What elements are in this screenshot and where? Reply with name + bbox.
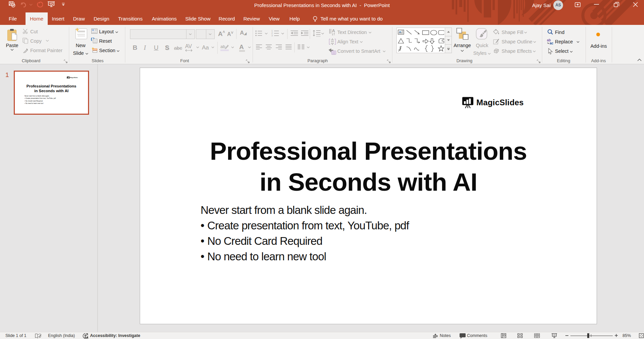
svg-text:1: 1 [271,30,273,32]
svg-text:3: 3 [271,34,273,37]
svg-text:ab: ab [220,44,225,49]
svg-text:2: 2 [271,32,273,34]
svg-text:A: A [332,29,335,33]
svg-text:MagicSlides: MagicSlides [70,77,78,78]
svg-text:ac: ac [550,41,554,45]
svg-text:A: A [399,30,401,34]
